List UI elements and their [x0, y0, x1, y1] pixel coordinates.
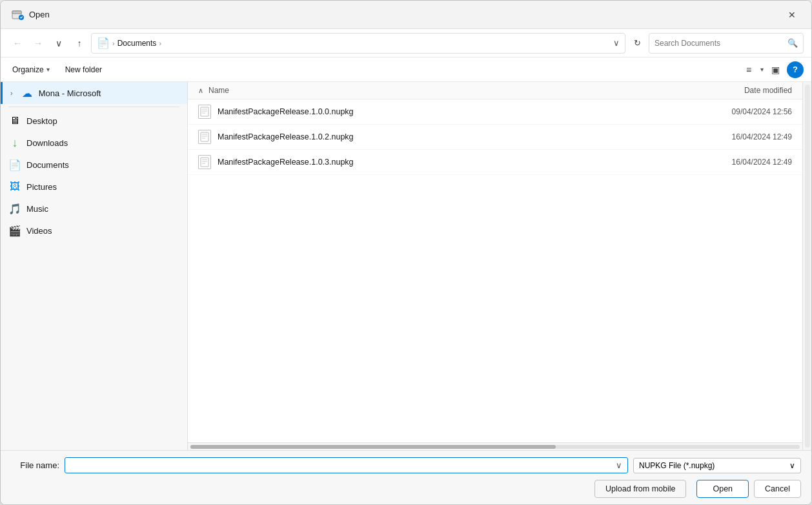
vertical-scrollbar[interactable] [802, 82, 811, 450]
dialog-title: Open [29, 10, 50, 19]
sidebar-item-documents[interactable]: 📄 Documents 📌 [1, 154, 187, 176]
open-button[interactable]: Open [696, 480, 749, 498]
cancel-button[interactable]: Cancel [754, 480, 801, 498]
file-name: ManifestPackageRelease.1.0.2.nupkg [218, 132, 669, 141]
music-icon: 🎵 [8, 202, 21, 215]
column-header-name: Name [208, 86, 676, 95]
help-button[interactable]: ? [787, 61, 804, 78]
organize-chevron: ▾ [46, 66, 50, 73]
refresh-button[interactable]: ↻ [628, 34, 646, 52]
table-row[interactable]: ManifestPackageRelease.1.0.2.nupkg 16/04… [188, 125, 802, 150]
navigation-toolbar: ← → ∨ ↑ 📄 › Documents › ∨ ↻ 🔍 [1, 29, 811, 57]
file-type-dropdown-icon: ∨ [789, 461, 795, 470]
svg-rect-5 [201, 158, 208, 167]
file-name: ManifestPackageRelease.1.0.0.nupkg [218, 107, 669, 116]
svg-rect-3 [201, 107, 208, 116]
bottom-bar: File name: ∨ NUPKG File (*.nupkg) ∨ Uplo… [1, 450, 811, 504]
file-icon [198, 105, 211, 119]
search-box: 🔍 [649, 33, 804, 54]
svg-rect-4 [201, 132, 208, 141]
file-name-input-wrap: ∨ [65, 457, 628, 473]
sidebar-item-cloud[interactable]: › ☁ Mona - Microsoft [1, 82, 187, 104]
file-date: 16/04/2024 12:49 [676, 132, 792, 141]
v-scrollbar-track [805, 85, 810, 448]
documents-icon: 📄 [8, 158, 21, 171]
search-icon: 🔍 [787, 38, 798, 48]
desktop-label: Desktop [26, 116, 165, 126]
pictures-label: Pictures [26, 182, 165, 192]
pictures-icon: 🖼 [8, 180, 21, 193]
scrollbar-thumb [190, 445, 556, 449]
horizontal-scrollbar[interactable] [188, 442, 802, 450]
breadcrumb-icon: 📄 [97, 37, 110, 49]
title-bar: Open ✕ [1, 1, 811, 29]
cloud-chevron: › [10, 89, 13, 97]
close-button[interactable]: ✕ [783, 6, 801, 24]
videos-icon: 🎬 [8, 224, 21, 237]
breadcrumb-dropdown-arrow[interactable]: ∨ [613, 38, 620, 48]
breadcrumb[interactable]: 📄 › Documents › ∨ [91, 33, 625, 54]
sidebar-item-videos[interactable]: 🎬 Videos 📌 [1, 220, 187, 242]
new-folder-button[interactable]: New folder [61, 63, 106, 77]
sidebar-item-downloads[interactable]: ↓ Downloads 📌 [1, 132, 187, 154]
table-row[interactable]: ManifestPackageRelease.1.0.0.nupkg 09/04… [188, 99, 802, 125]
column-header-date: Date modified [676, 86, 792, 95]
file-name-dropdown-arrow[interactable]: ∨ [616, 460, 622, 470]
view-chevron: ▾ [760, 66, 764, 73]
open-dialog: Open ✕ ← → ∨ ↑ 📄 › Documents › ∨ ↻ 🔍 Org… [0, 0, 812, 505]
file-type-label: NUPKG File (*.nupkg) [639, 461, 715, 470]
file-icon [198, 130, 211, 144]
file-type-select[interactable]: NUPKG File (*.nupkg) ∨ [633, 458, 801, 473]
breadcrumb-sep2: › [159, 39, 161, 47]
view-button[interactable]: ≡ [740, 61, 758, 79]
file-name-row: File name: ∨ NUPKG File (*.nupkg) ∨ [11, 457, 801, 473]
dialog-icon [11, 8, 24, 21]
sidebar-item-desktop[interactable]: 🖥 Desktop 📌 [1, 110, 187, 132]
breadcrumb-sep1: › [112, 39, 115, 47]
search-input[interactable] [655, 39, 784, 48]
sidebar: › ☁ Mona - Microsoft 🖥 Desktop 📌 ↓ Downl… [1, 82, 188, 450]
file-name-label: File name: [11, 460, 59, 470]
bottom-actions: Upload from mobile Open Cancel [11, 480, 801, 498]
downloads-label: Downloads [26, 138, 165, 148]
sidebar-divider [8, 107, 179, 107]
file-date: 09/04/2024 12:56 [676, 107, 792, 116]
svg-rect-1 [12, 11, 21, 14]
scrollbar-track [190, 445, 800, 449]
breadcrumb-documents: Documents [117, 39, 157, 48]
action-bar-right: ≡ ▾ ▣ ? [740, 61, 804, 79]
file-date: 16/04/2024 12:49 [676, 158, 792, 167]
file-name-input[interactable] [70, 461, 616, 470]
cloud-icon: ☁ [21, 87, 34, 99]
desktop-icon: 🖥 [8, 114, 21, 127]
documents-label: Documents [26, 160, 165, 170]
title-bar-left: Open [11, 8, 50, 21]
sidebar-item-music[interactable]: 🎵 Music 📌 [1, 198, 187, 220]
videos-label: Videos [26, 226, 165, 236]
music-label: Music [26, 204, 165, 214]
back-button[interactable]: ← [8, 34, 26, 52]
forward-button[interactable]: → [29, 34, 47, 52]
upload-mobile-button[interactable]: Upload from mobile [594, 480, 686, 498]
main-content: › ☁ Mona - Microsoft 🖥 Desktop 📌 ↓ Downl… [1, 82, 811, 450]
new-folder-label: New folder [65, 65, 102, 74]
sidebar-item-pictures[interactable]: 🖼 Pictures 📌 [1, 176, 187, 198]
collapse-arrow[interactable]: ∧ [198, 87, 203, 95]
file-name: ManifestPackageRelease.1.0.3.nupkg [218, 158, 669, 167]
organize-button[interactable]: Organize ▾ [8, 63, 54, 77]
table-row[interactable]: ManifestPackageRelease.1.0.3.nupkg 16/04… [188, 150, 802, 175]
file-panel: ∧ Name Date modified ManifestPackageRele… [188, 82, 802, 450]
downloads-icon: ↓ [8, 136, 21, 149]
file-icon [198, 155, 211, 169]
cloud-label: Mona - Microsoft [39, 88, 179, 98]
pane-button[interactable]: ▣ [766, 61, 784, 79]
file-list: ∧ Name Date modified ManifestPackageRele… [188, 82, 802, 442]
file-list-header: ∧ Name Date modified [188, 82, 802, 99]
action-bar: Organize ▾ New folder ≡ ▾ ▣ ? [1, 57, 811, 82]
up-button[interactable]: ↑ [70, 34, 88, 52]
organize-label: Organize [12, 65, 44, 74]
recent-button[interactable]: ∨ [50, 34, 68, 52]
